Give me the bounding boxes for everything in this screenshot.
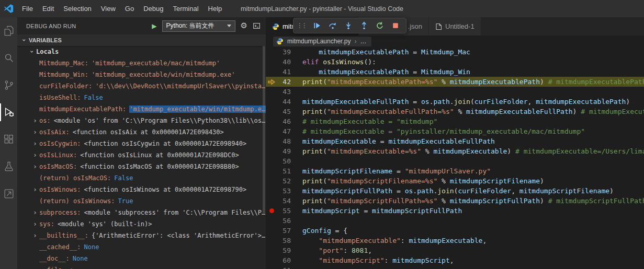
- variable-row[interactable]: osIsMacOS:<function osIsMacOS at 0x00000…: [17, 161, 266, 172]
- continue-button[interactable]: [309, 19, 325, 32]
- menu-terminal[interactable]: Terminal: [168, 0, 203, 17]
- glyph-margin[interactable]: [266, 97, 277, 107]
- variable-row[interactable]: Mitmdump_Mac:'mitmdump_executable/mac/mi…: [17, 57, 266, 69]
- code-text[interactable]: print("mitmdumpExecutable=%s" % mitmdump…: [302, 147, 644, 155]
- variable-row[interactable]: __builtins__:{'ArithmeticError': <class …: [17, 230, 266, 241]
- code-text[interactable]: mitmdumpExecutable = mitmdumpExecutableF…: [302, 137, 644, 145]
- code-text[interactable]: mitmdumpExecutablePath = Mitmdump_Win: [302, 68, 644, 76]
- glyph-margin[interactable]: [266, 116, 277, 126]
- code-line-56[interactable]: 56: [266, 216, 644, 226]
- variable-row[interactable]: __doc__:None: [17, 253, 266, 264]
- code-line-41[interactable]: 41 mitmdumpExecutablePath = Mitmdump_Win: [266, 67, 644, 77]
- scope-locals[interactable]: Locals: [17, 46, 266, 57]
- code-line-43[interactable]: 43: [266, 87, 644, 97]
- code-text[interactable]: mitmdumpScriptFilename = "mitmdumpUrlSav…: [302, 167, 644, 175]
- code-text[interactable]: elif osIsWinows():: [302, 58, 644, 66]
- variable-row[interactable]: osIsLinux:<function osIsLinux at 0x00000…: [17, 149, 266, 161]
- breadcrumb-filename[interactable]: mitmdumpLauncher.py: [287, 38, 351, 45]
- search-icon[interactable]: [0, 44, 17, 72]
- stop-button[interactable]: [388, 19, 403, 32]
- glyph-margin[interactable]: [266, 67, 277, 77]
- glyph-margin[interactable]: [266, 196, 277, 206]
- code-line-58[interactable]: 58 "mitmdumpExecutable": mitmdumpExecuta…: [266, 236, 644, 245]
- sidebar-scrollbar[interactable]: [263, 46, 265, 213]
- glyph-margin[interactable]: [266, 236, 277, 245]
- code-text[interactable]: mitmdumpExecutableFullPath = os.path.joi…: [302, 98, 644, 106]
- glyph-margin[interactable]: [266, 226, 277, 236]
- code-text[interactable]: gConfig = {: [302, 227, 644, 235]
- code-line-48[interactable]: 48mitmdumpExecutable = mitmdumpExecutabl…: [266, 136, 644, 146]
- code-line-44[interactable]: 44mitmdumpExecutableFullPath = os.path.j…: [266, 97, 644, 107]
- variable-row[interactable]: mitmdumpExecutablePath:'mitmdump_executa…: [17, 103, 266, 115]
- step-over-button[interactable]: [325, 19, 341, 32]
- run-and-debug-icon[interactable]: [0, 99, 17, 126]
- code-line-54[interactable]: 54print("mitmdumpScriptFullPath=%s" % mi…: [266, 196, 644, 206]
- restart-button[interactable]: [372, 19, 388, 32]
- code-line-46[interactable]: 46# mitmdumpExecutable = "mitmdump": [266, 116, 644, 126]
- code-text[interactable]: "mitmdumpScript": mitmdumpScript,: [302, 256, 644, 264]
- source-control-icon[interactable]: [0, 72, 17, 99]
- glyph-margin[interactable]: [266, 87, 277, 97]
- code-line-55[interactable]: 55mitmdumpScript = mitmdumpScriptFullPat…: [266, 206, 644, 216]
- variable-row[interactable]: Mitmdump_Win:'mitmdump_executable/win/mi…: [17, 69, 266, 80]
- code-text[interactable]: "port": 8081,: [302, 247, 644, 254]
- variable-row[interactable]: curFileFolder:'d:\\dev\\DevRoot\\mitmdum…: [17, 80, 266, 92]
- code-line-39[interactable]: 39 mitmdumpExecutablePath = Mitmdump_Mac: [266, 47, 644, 57]
- code-line-52[interactable]: 52print("mitmdumpScriptFilename=%s" % mi…: [266, 176, 644, 186]
- code-line-42[interactable]: 42print("mitmdumpExecutablePath=%s" % mi…: [266, 77, 644, 87]
- variable-row[interactable]: subprocess:<module 'subprocess' from 'C:…: [17, 207, 266, 218]
- step-into-button[interactable]: [341, 19, 356, 32]
- code-line-51[interactable]: 51mitmdumpScriptFilename = "mitmdumpUrlS…: [266, 166, 644, 176]
- code-text[interactable]: print("mitmdumpScriptFullPath=%s" % mitm…: [302, 197, 644, 205]
- glyph-margin[interactable]: [266, 136, 277, 146]
- code-line-60[interactable]: 60 "mitmdumpScript": mitmdumpScript,: [266, 255, 644, 265]
- breakpoint-icon[interactable]: [266, 206, 277, 216]
- glyph-margin[interactable]: [266, 176, 277, 186]
- code-line-45[interactable]: 45print("mitmdumpExecutableFullPath=%s" …: [266, 107, 644, 116]
- variable-row[interactable]: osIsWinows:<function osIsWinows at 0x000…: [17, 184, 266, 195]
- glyph-margin[interactable]: [266, 265, 277, 269]
- code-line-61[interactable]: 61: [266, 265, 644, 269]
- code-line-57[interactable]: 57gConfig = {: [266, 226, 644, 236]
- menu-help[interactable]: Help: [204, 0, 227, 17]
- code-line-49[interactable]: 49print("mitmdumpExecutable=%s" % mitmdu…: [266, 146, 644, 156]
- menu-selection[interactable]: Selection: [59, 0, 96, 17]
- code-text[interactable]: print("mitmdumpExecutablePath=%s" % mitm…: [302, 78, 644, 86]
- code-text[interactable]: mitmdumpScriptFullPath = os.path.join(cu…: [302, 187, 644, 195]
- debug-console-icon[interactable]: [253, 22, 261, 30]
- glyph-margin[interactable]: [266, 216, 277, 226]
- glyph-margin[interactable]: [266, 146, 277, 156]
- menu-file[interactable]: File: [17, 0, 38, 17]
- variable-row[interactable]: (return) osIsWinows:True: [17, 195, 266, 207]
- variable-row[interactable]: isUseShell:False: [17, 92, 266, 103]
- code-text[interactable]: mitmdumpExecutablePath = Mitmdump_Mac: [302, 48, 644, 56]
- current-frame-arrow-icon[interactable]: [266, 77, 277, 87]
- launch-config-select[interactable]: Python: 当前文件: [162, 20, 235, 32]
- code-line-47[interactable]: 47# mitmdumpExecutable = "pyinstaller/mi…: [266, 126, 644, 136]
- gear-icon[interactable]: [241, 22, 247, 30]
- glyph-margin[interactable]: [266, 107, 277, 116]
- code-line-59[interactable]: 59 "port": 8081,: [266, 245, 644, 255]
- step-out-button[interactable]: [356, 19, 372, 32]
- variable-row[interactable]: osIsCygwin:<function osIsCygwin at 0x000…: [17, 138, 266, 149]
- variable-row[interactable]: (return) osIsMacOS:False: [17, 172, 266, 184]
- code-line-40[interactable]: 40elif osIsWinows():: [266, 57, 644, 67]
- menu-go[interactable]: Go: [120, 0, 139, 17]
- glyph-margin[interactable]: [266, 57, 277, 67]
- variables-section-header[interactable]: VARIABLES: [17, 34, 266, 46]
- glyph-margin[interactable]: [266, 166, 277, 176]
- variable-row[interactable]: sys:<module 'sys' (built-in)>: [17, 218, 266, 230]
- variable-row[interactable]: __cached__:None: [17, 241, 266, 253]
- extensions-icon[interactable]: [0, 126, 17, 153]
- explorer-icon[interactable]: [0, 17, 17, 44]
- tab-untitled-1[interactable]: Untitled-1: [429, 17, 481, 36]
- code-text[interactable]: # mitmdumpExecutable = "mitmdump": [302, 118, 644, 125]
- glyph-margin[interactable]: [266, 126, 277, 136]
- code-text[interactable]: print("mitmdumpScriptFilename=%s" % mitm…: [302, 177, 644, 185]
- menu-debug[interactable]: Debug: [139, 0, 168, 17]
- code-text[interactable]: print("mitmdumpExecutableFullPath=%s" % …: [302, 108, 644, 115]
- glyph-margin[interactable]: [266, 255, 277, 265]
- breadcrumb-more[interactable]: …: [360, 38, 366, 45]
- code-line-50[interactable]: 50: [266, 156, 644, 166]
- variable-row[interactable]: __file__:: [17, 264, 266, 269]
